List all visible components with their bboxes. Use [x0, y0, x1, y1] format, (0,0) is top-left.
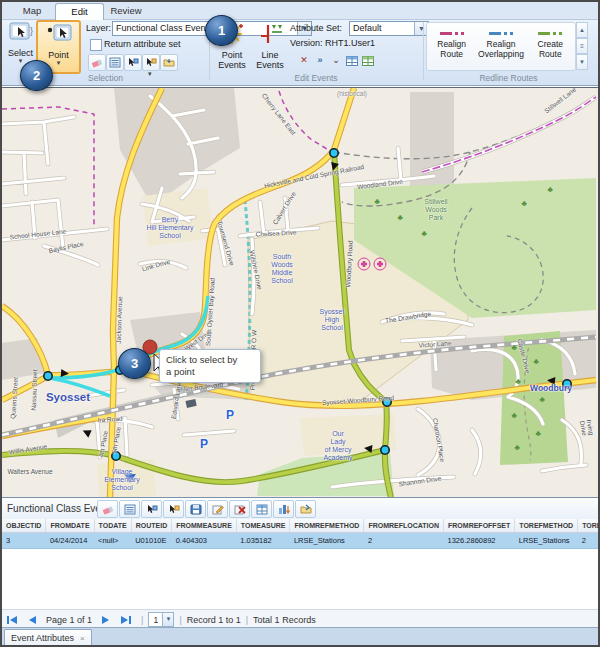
- create-route-button[interactable]: CreateRoute: [526, 23, 575, 70]
- table-cell[interactable]: <null>: [94, 533, 131, 549]
- redline-scrollbar[interactable]: ▲ ≡ ▼: [576, 22, 588, 69]
- svg-text:♣: ♣: [511, 411, 517, 420]
- selection-list-button[interactable]: [106, 54, 124, 71]
- scroll-box-icon[interactable]: ≡: [576, 38, 588, 54]
- cursor-edit2-icon: [145, 54, 157, 72]
- tab-event-attributes[interactable]: Event Attributes×: [4, 629, 92, 646]
- panel-clear-selection-button[interactable]: [97, 500, 118, 518]
- version-label: Version: RHT1.User1: [290, 38, 375, 48]
- next-page-button[interactable]: [97, 612, 115, 628]
- point-events-label: Point Events: [214, 50, 250, 70]
- redline-dash-icon: [526, 29, 575, 37]
- svg-text:♣: ♣: [515, 377, 521, 386]
- ribbon-tab-edit[interactable]: Edit: [55, 3, 104, 20]
- last-page-button[interactable]: [117, 612, 135, 628]
- page-number-arrow[interactable]: ▼: [162, 613, 173, 626]
- table-row[interactable]: 304/24/2014<null>U01010E0.4043031.035182…: [2, 533, 598, 549]
- scroll-down-icon[interactable]: ▼: [576, 54, 588, 70]
- panel-select-line-button[interactable]: [163, 500, 184, 518]
- ribbon: MapEditReview } Select ▾ Point ▾ Layer: …: [2, 2, 598, 86]
- scroll-up-icon[interactable]: ▲: [576, 22, 588, 38]
- tooltip-line1: Click to select by: [166, 354, 237, 365]
- offset-events-icon[interactable]: »: [313, 53, 327, 67]
- select-icon: }: [6, 22, 35, 48]
- panel-select-point-button[interactable]: [141, 500, 162, 518]
- prev-page-button[interactable]: [23, 612, 41, 628]
- select-by-attribute-button[interactable]: [124, 54, 142, 71]
- record-range-text: Record 1 to 1: [187, 615, 241, 625]
- column-header-toreflocation[interactable]: TOREFLOCATION: [578, 519, 598, 533]
- attribute-set-combobox[interactable]: Default ▼: [349, 21, 429, 36]
- event-table[interactable]: OBJECTIDFROMDATETODATEROUTEIDFROMMEASURE…: [2, 519, 598, 549]
- page-number-value: 1: [149, 615, 162, 625]
- clear-selection-button[interactable]: [88, 54, 106, 71]
- panel-save-button[interactable]: [185, 500, 206, 518]
- column-header-fromrefmethod[interactable]: FROMREFMETHOD: [290, 519, 364, 533]
- realign-overlapping-button[interactable]: RealignOverlapping: [476, 23, 525, 70]
- column-header-objectid[interactable]: OBJECTID: [2, 519, 46, 533]
- panel-header: Functional Class Event: [2, 498, 598, 520]
- bottom-tab-strip: Event Attributes×: [2, 627, 598, 646]
- table-cell[interactable]: 2: [578, 533, 598, 549]
- column-header-torefmethod[interactable]: TOREFMETHOD: [515, 519, 578, 533]
- svg-text:♣: ♣: [511, 343, 517, 352]
- map-canvas[interactable]: ♣♣♣ ♣♣♣ ♣♣♣ ♣♣♣: [2, 88, 598, 498]
- folder-icon: [163, 54, 175, 72]
- layer-label: Layer:: [86, 23, 111, 33]
- line-events-label: Line Events: [252, 50, 288, 70]
- column-header-fromrefoffset[interactable]: FROMREFOFFSET: [444, 519, 515, 533]
- panel-table-button[interactable]: [251, 500, 272, 518]
- table-cell[interactable]: 1326.2860892: [444, 533, 515, 549]
- panel-delete-button[interactable]: [229, 500, 250, 518]
- event-attributes-panel: Functional Class Event OBJECTIDFROMDATET…: [2, 497, 598, 628]
- selectable-layers-button[interactable]: [160, 54, 178, 71]
- group-divider: [423, 22, 424, 80]
- realign-route-button[interactable]: RealignRoute: [427, 23, 476, 70]
- column-header-todate[interactable]: TODATE: [94, 519, 131, 533]
- panel-export-button[interactable]: [295, 500, 316, 518]
- cursor-edit-icon: [127, 54, 139, 72]
- map-tooltip: Click to select by a point: [159, 349, 261, 383]
- first-page-button[interactable]: [3, 612, 21, 628]
- pager-separator: |: [141, 615, 143, 625]
- panel-title: Functional Class Event: [7, 503, 109, 514]
- table-cell[interactable]: U01010E: [131, 533, 172, 549]
- column-header-fromdate[interactable]: FROMDATE: [46, 519, 94, 533]
- total-records-text: Total 1 Records: [253, 615, 316, 625]
- grid-green-icon[interactable]: [361, 54, 375, 68]
- map-area-fills: [2, 88, 596, 498]
- return-attribute-set-checkbox[interactable]: [90, 39, 102, 51]
- table-cell[interactable]: 3: [2, 533, 46, 549]
- panel-edit-button[interactable]: [207, 500, 228, 518]
- line-events-icon: [257, 32, 283, 49]
- page-number-select[interactable]: 1 ▼: [148, 612, 174, 627]
- select-by-location-button[interactable]: [142, 54, 160, 71]
- line-events-button[interactable]: Line Events: [252, 22, 288, 70]
- ribbon-tab-review[interactable]: Review: [102, 3, 150, 19]
- close-icon[interactable]: ×: [80, 634, 85, 643]
- panel-sort-button[interactable]: [273, 500, 294, 518]
- table-cell[interactable]: 04/24/2014: [46, 533, 94, 549]
- map-viewport[interactable]: ♣♣♣ ♣♣♣ ♣♣♣ ♣♣♣: [2, 87, 598, 498]
- column-header-tomeasure[interactable]: TOMEASURE: [236, 519, 290, 533]
- table-cell[interactable]: LRSE_Stations: [290, 533, 364, 549]
- remove-event-icon[interactable]: ✕: [297, 53, 311, 67]
- table-cell[interactable]: 2: [364, 533, 444, 549]
- ribbon-tab-map[interactable]: Map: [12, 3, 52, 19]
- panel-list-button[interactable]: [119, 500, 140, 518]
- column-header-fromreflocation[interactable]: FROMREFLOCATION: [364, 519, 444, 533]
- redline-routes-group-label: Redline Routes: [423, 73, 594, 83]
- train-station-icon: [185, 399, 196, 408]
- table-cell[interactable]: 1.035182: [236, 533, 290, 549]
- callout-badge-1: 1: [205, 15, 238, 46]
- grid-blue-icon[interactable]: [345, 54, 359, 68]
- list-icon: [109, 54, 121, 72]
- split-event-icon[interactable]: ⌄: [329, 53, 343, 67]
- table-cell[interactable]: LRSE_Stations: [515, 533, 578, 549]
- column-header-routeid[interactable]: ROUTEID: [131, 519, 172, 533]
- pager-separator: |: [179, 615, 181, 625]
- table-cell[interactable]: 0.404303: [172, 533, 237, 549]
- svg-text:♣: ♣: [514, 443, 520, 452]
- svg-text:♣: ♣: [547, 185, 553, 194]
- column-header-frommeasure[interactable]: FROMMEASURE: [172, 519, 237, 533]
